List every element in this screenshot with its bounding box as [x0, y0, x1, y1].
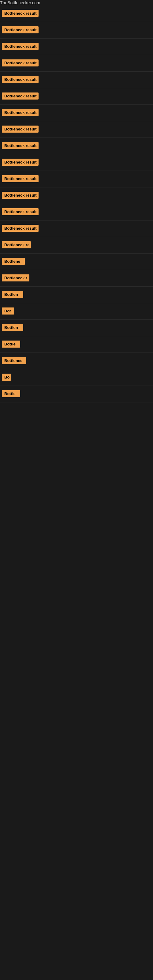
table-row: Bottle [0, 387, 153, 402]
table-row: Bot [0, 304, 153, 320]
bottleneck-result-badge[interactable]: Bo [2, 374, 11, 381]
table-row: Bottleneck result [0, 155, 153, 171]
bottleneck-result-badge[interactable]: Bottleneck result [2, 225, 38, 232]
site-header: TheBottlenecker.com [0, 0, 153, 5]
table-row: Bottleneck result [0, 221, 153, 237]
table-row: Bottlene [0, 254, 153, 270]
table-row: Bottleneck re [0, 238, 153, 254]
bottleneck-result-badge[interactable]: Bot [2, 307, 14, 315]
table-row: Bottlenec [0, 353, 153, 369]
bottleneck-result-badge[interactable]: Bottle [2, 390, 20, 397]
bottleneck-result-badge[interactable]: Bottleneck result [2, 192, 38, 199]
table-row: Bottleneck result [0, 72, 153, 88]
bottleneck-result-badge[interactable]: Bottleneck result [2, 10, 38, 17]
bottleneck-result-badge[interactable]: Bottlen [2, 324, 23, 331]
bottleneck-result-badge[interactable]: Bottleneck result [2, 43, 38, 50]
bottleneck-result-badge[interactable]: Bottleneck result [2, 59, 38, 67]
table-row: Bottleneck result [0, 205, 153, 221]
table-row: Bottleneck result [0, 138, 153, 154]
table-row: Bottleneck r [0, 271, 153, 286]
table-row: Bottlen [0, 320, 153, 336]
bottleneck-result-badge[interactable]: Bottleneck r [2, 274, 29, 282]
bottleneck-result-badge[interactable]: Bottleneck result [2, 208, 38, 215]
table-row: Bottleneck result [0, 105, 153, 121]
table-row: Bottlen [0, 287, 153, 303]
bottleneck-result-badge[interactable]: Bottleneck result [2, 142, 38, 149]
results-list: Bottleneck resultBottleneck resultBottle… [0, 6, 153, 402]
bottleneck-result-badge[interactable]: Bottleneck re [2, 241, 31, 248]
table-row: Bo [0, 370, 153, 386]
bottleneck-result-badge[interactable]: Bottlenec [2, 357, 26, 364]
table-row: Bottle [0, 337, 153, 353]
bottleneck-result-badge[interactable]: Bottleneck result [2, 76, 38, 83]
table-row: Bottleneck result [0, 56, 153, 72]
bottleneck-result-badge[interactable]: Bottleneck result [2, 126, 38, 133]
table-row: Bottleneck result [0, 89, 153, 105]
bottleneck-result-badge[interactable]: Bottleneck result [2, 26, 38, 33]
bottleneck-result-badge[interactable]: Bottlene [2, 258, 25, 265]
table-row: Bottleneck result [0, 23, 153, 38]
bottleneck-result-badge[interactable]: Bottleneck result [2, 159, 38, 166]
bottleneck-result-badge[interactable]: Bottle [2, 340, 20, 348]
bottleneck-result-badge[interactable]: Bottleneck result [2, 92, 38, 100]
bottleneck-result-badge[interactable]: Bottlen [2, 291, 23, 298]
table-row: Bottleneck result [0, 6, 153, 22]
table-row: Bottleneck result [0, 122, 153, 138]
site-title: TheBottlenecker.com [0, 0, 40, 6]
bottleneck-result-badge[interactable]: Bottleneck result [2, 109, 38, 116]
table-row: Bottleneck result [0, 172, 153, 188]
table-row: Bottleneck result [0, 39, 153, 55]
table-row: Bottleneck result [0, 188, 153, 204]
bottleneck-result-badge[interactable]: Bottleneck result [2, 175, 38, 182]
